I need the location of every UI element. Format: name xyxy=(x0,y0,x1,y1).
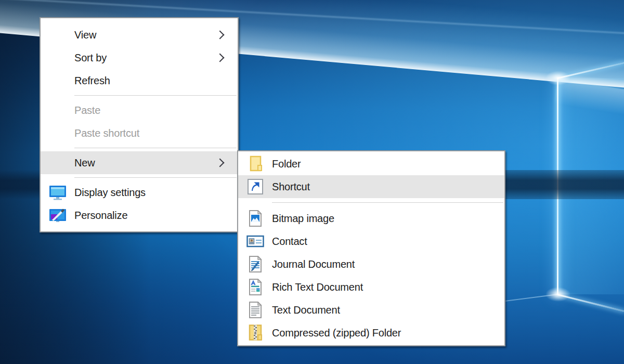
menu-separator xyxy=(74,95,237,96)
folder-icon xyxy=(247,155,264,173)
menu-separator xyxy=(272,202,503,203)
text-document-icon xyxy=(249,302,262,318)
menu-item-label: View xyxy=(41,29,96,41)
menu-item-paste-shortcut[interactable]: Paste shortcut xyxy=(41,122,238,145)
journal-document-icon xyxy=(249,256,262,272)
submenu-item-bitmap-image[interactable]: Bitmap image xyxy=(238,207,504,230)
wallpaper-logo-top-glow xyxy=(545,71,570,85)
menu-item-label: Paste xyxy=(41,105,100,116)
menu-item-new[interactable]: New xyxy=(41,151,238,174)
chevron-right-icon xyxy=(216,159,225,167)
menu-item-refresh[interactable]: Refresh xyxy=(41,69,238,92)
chevron-right-icon xyxy=(216,54,225,62)
contact-icon xyxy=(246,235,264,248)
submenu-item-contact[interactable]: Contact xyxy=(238,230,504,253)
bitmap-image-icon xyxy=(249,210,262,227)
submenu-item-text-document[interactable]: Text Document xyxy=(238,298,504,321)
submenu-item-journal-document[interactable]: Journal Document xyxy=(238,253,504,276)
menu-item-paste[interactable]: Paste xyxy=(41,99,238,122)
personalize-icon xyxy=(49,207,67,223)
menu-separator xyxy=(74,177,237,178)
desktop: View Sort by Refresh Paste Paste shortcu… xyxy=(0,0,624,364)
submenu-item-rich-text-document[interactable]: Rich Text Document xyxy=(238,276,504,298)
menu-item-label: New xyxy=(41,157,95,169)
display-settings-icon xyxy=(49,185,67,200)
new-submenu: Folder Shortcut Bitmap image xyxy=(237,150,505,346)
desktop-context-menu: View Sort by Refresh Paste Paste shortcu… xyxy=(40,17,239,232)
wallpaper-logo-bottom-glow xyxy=(545,287,570,302)
shortcut-icon xyxy=(248,179,263,194)
menu-item-label: Refresh xyxy=(41,75,110,87)
menu-item-view[interactable]: View xyxy=(41,23,238,46)
menu-separator xyxy=(74,148,237,148)
menu-item-display-settings[interactable]: Display settings xyxy=(41,181,238,204)
rich-text-document-icon xyxy=(249,279,262,295)
chevron-right-icon xyxy=(216,31,225,40)
compressed-folder-icon xyxy=(248,324,263,342)
menu-item-label: Paste shortcut xyxy=(41,127,139,139)
menu-item-sort-by[interactable]: Sort by xyxy=(41,46,238,69)
submenu-item-folder[interactable]: Folder xyxy=(238,152,504,175)
menu-item-label: Sort by xyxy=(41,52,107,64)
menu-item-personalize[interactable]: Personalize xyxy=(41,204,238,227)
submenu-item-compressed-folder[interactable]: Compressed (zipped) Folder xyxy=(238,321,504,344)
submenu-item-shortcut[interactable]: Shortcut xyxy=(238,175,504,198)
